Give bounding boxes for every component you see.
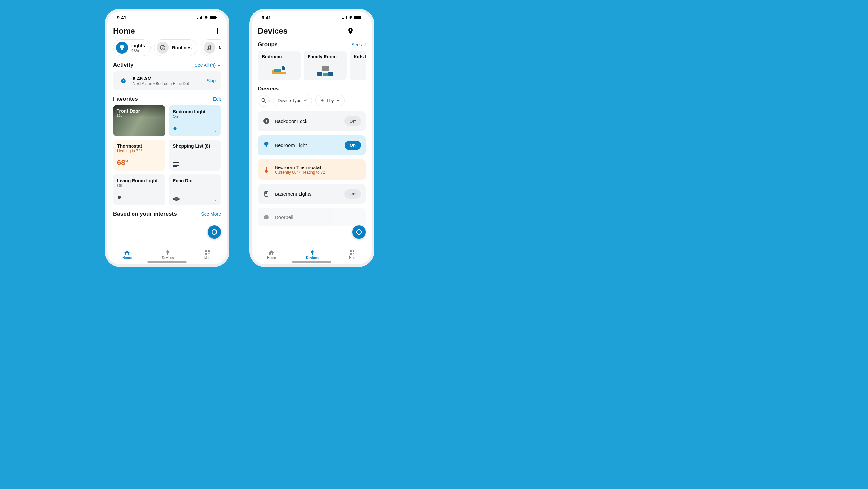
svg-line-48 bbox=[265, 102, 266, 103]
activity-see-all[interactable]: See All (4) bbox=[195, 62, 221, 68]
tile-thermostat[interactable]: ThermostatHeating to 72° 68° bbox=[113, 140, 165, 171]
svg-rect-38 bbox=[272, 70, 274, 75]
svg-rect-43 bbox=[317, 72, 322, 76]
see-more[interactable]: See More bbox=[201, 211, 221, 217]
svg-rect-4 bbox=[210, 16, 216, 20]
add-button[interactable] bbox=[214, 27, 221, 34]
svg-rect-33 bbox=[361, 17, 361, 19]
more-icon[interactable]: ⋮ bbox=[213, 127, 218, 133]
tile-echo-dot[interactable]: Echo Dot ⋮ bbox=[169, 174, 221, 205]
tile-front-door[interactable]: Front Door12s bbox=[113, 105, 165, 136]
pill-lights[interactable]: Lights4 On bbox=[113, 39, 151, 56]
tab-more[interactable]: +More bbox=[204, 250, 212, 260]
svg-rect-26 bbox=[206, 253, 207, 255]
signal-icon bbox=[342, 16, 347, 20]
alexa-fab[interactable] bbox=[352, 225, 366, 238]
tab-home[interactable]: Home bbox=[267, 250, 276, 260]
chevron-down-icon bbox=[336, 99, 340, 102]
device-list: Backdoor Lock Off Bedroom Light On Bedro… bbox=[258, 111, 366, 226]
bedroom-art bbox=[262, 64, 297, 77]
svg-point-34 bbox=[349, 29, 351, 31]
more-icon[interactable]: ⋮ bbox=[157, 196, 163, 202]
tab-home[interactable]: Home bbox=[122, 250, 131, 260]
group-bedroom[interactable]: Bedroom bbox=[258, 51, 301, 80]
activity-card[interactable]: 6:45 AMNext Alarm • Bedroom Echo Dot Ski… bbox=[113, 71, 221, 90]
pill-music[interactable]: Mu bbox=[200, 39, 221, 56]
bulb-icon bbox=[116, 42, 128, 54]
pill-routines[interactable]: Routines bbox=[154, 39, 197, 56]
svg-rect-19 bbox=[119, 200, 120, 200]
tile-bedroom-light[interactable]: Bedroom LightOn ⋮ bbox=[169, 105, 221, 136]
groups-row: Bedroom Family Room Kids Be bbox=[258, 51, 366, 80]
groups-header: Groups See all bbox=[258, 41, 366, 48]
svg-rect-44 bbox=[328, 72, 333, 76]
svg-rect-60 bbox=[350, 251, 352, 252]
battery-icon bbox=[210, 16, 217, 20]
tab-devices[interactable]: Devices bbox=[162, 250, 174, 260]
toggle-off[interactable]: Off bbox=[344, 116, 361, 126]
tab-more[interactable]: +More bbox=[349, 250, 356, 260]
filter-device-type[interactable]: Device Type bbox=[273, 95, 312, 106]
svg-rect-11 bbox=[123, 78, 124, 79]
tab-devices[interactable]: Devices bbox=[306, 250, 319, 260]
skip-button[interactable]: Skip bbox=[207, 78, 216, 83]
kids-art bbox=[354, 64, 366, 77]
device-doorbell[interactable]: Doorbell bbox=[258, 208, 366, 226]
favorites-grid: Front Door12s Bedroom LightOn ⋮ Thermost… bbox=[113, 105, 221, 205]
alexa-fab[interactable] bbox=[208, 225, 221, 238]
home-icon bbox=[268, 250, 274, 255]
activity-header: Activity See All (4) bbox=[113, 62, 221, 68]
device-basement-lights[interactable]: Basement Lights Off bbox=[258, 184, 366, 204]
svg-rect-3 bbox=[201, 17, 202, 20]
devices-header: Devices bbox=[258, 86, 366, 92]
status-time: 9:41 bbox=[262, 15, 271, 20]
status-icons bbox=[342, 16, 362, 20]
lock-icon bbox=[262, 117, 270, 125]
location-button[interactable] bbox=[347, 27, 354, 34]
svg-point-54 bbox=[265, 170, 268, 173]
svg-rect-50 bbox=[266, 120, 267, 122]
filter-sort-by[interactable]: Sort by bbox=[315, 95, 345, 106]
svg-rect-8 bbox=[121, 49, 123, 50]
home-indicator bbox=[147, 261, 187, 263]
svg-rect-23 bbox=[167, 254, 168, 255]
tile-shopping-list[interactable]: Shopping List (8) bbox=[169, 140, 221, 171]
device-bedroom-light[interactable]: Bedroom Light On bbox=[258, 135, 366, 155]
favorites-header: Favorites Edit bbox=[113, 96, 221, 102]
home-icon bbox=[124, 250, 130, 255]
group-kids-bedroom[interactable]: Kids Be bbox=[350, 51, 366, 80]
page-title: Home bbox=[113, 26, 135, 35]
battery-icon bbox=[354, 16, 362, 20]
svg-rect-28 bbox=[342, 19, 343, 20]
group-family-room[interactable]: Family Room bbox=[304, 51, 346, 80]
more-icon: + bbox=[205, 250, 210, 255]
svg-point-51 bbox=[266, 122, 267, 123]
favorites-edit[interactable]: Edit bbox=[213, 96, 221, 102]
tile-living-room-light[interactable]: Living Room LightOff ⋮ bbox=[113, 174, 165, 205]
svg-rect-31 bbox=[346, 17, 346, 20]
svg-text:+: + bbox=[208, 252, 210, 255]
add-button[interactable] bbox=[359, 27, 366, 34]
phone-devices: 9:41 Devices Groups See all Bedroom Fami… bbox=[249, 8, 374, 267]
svg-rect-45 bbox=[323, 73, 328, 76]
chevron-down-icon bbox=[304, 99, 307, 102]
echo-icon bbox=[173, 197, 217, 201]
svg-point-47 bbox=[262, 99, 265, 102]
device-bedroom-thermostat[interactable]: Bedroom ThermostatCurrently 68° • Heatin… bbox=[258, 159, 366, 180]
status-time: 9:41 bbox=[117, 15, 126, 20]
search-button[interactable] bbox=[258, 95, 270, 107]
svg-rect-14 bbox=[174, 131, 176, 131]
svg-point-21 bbox=[174, 198, 179, 200]
alarm-icon bbox=[118, 76, 128, 86]
more-icon[interactable]: ⋮ bbox=[213, 196, 218, 202]
device-backdoor-lock[interactable]: Backdoor Lock Off bbox=[258, 111, 366, 131]
svg-rect-40 bbox=[282, 67, 285, 70]
toggle-on[interactable]: On bbox=[345, 141, 361, 150]
svg-rect-52 bbox=[266, 146, 267, 147]
content: Groups See all Bedroom Family Room Kids … bbox=[252, 39, 372, 247]
filters: Device Type Sort by bbox=[258, 95, 366, 107]
svg-rect-29 bbox=[343, 18, 344, 20]
groups-see-all[interactable]: See all bbox=[351, 42, 366, 48]
svg-rect-41 bbox=[282, 66, 284, 67]
toggle-off[interactable]: Off bbox=[344, 189, 361, 199]
